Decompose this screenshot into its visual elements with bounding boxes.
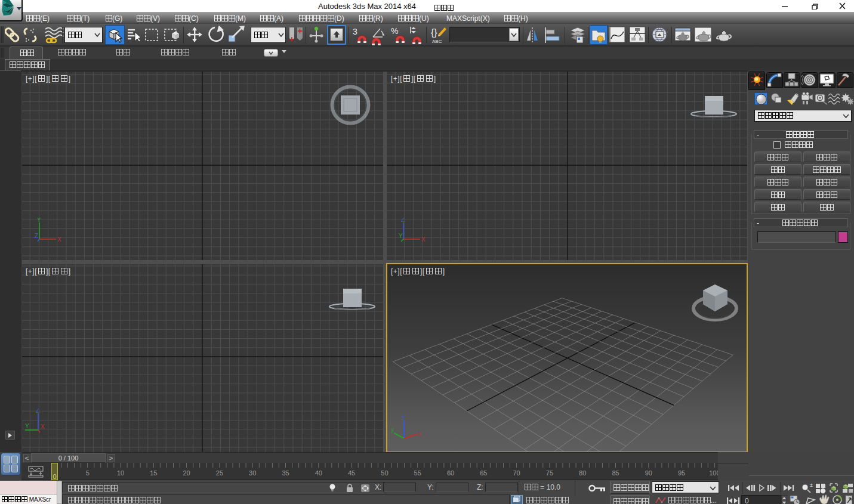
svg-text:20: 20 [183, 469, 190, 477]
svg-text:Y: Y [25, 423, 29, 429]
svg-text:x: x [418, 431, 421, 437]
svg-text:75: 75 [546, 469, 553, 477]
svg-text:z: z [402, 415, 405, 421]
svg-text:X: X [57, 236, 61, 243]
svg-text:ABC: ABC [432, 39, 442, 44]
svg-text:%: % [391, 26, 398, 36]
svg-text:65: 65 [480, 469, 487, 477]
svg-text:60: 60 [447, 469, 454, 477]
svg-text:40: 40 [315, 469, 322, 477]
svg-text:80: 80 [579, 469, 586, 477]
svg-text:X: X [421, 236, 426, 243]
svg-text:10: 10 [117, 469, 124, 477]
svg-text:X: X [41, 423, 45, 430]
svg-text:y: y [391, 426, 394, 433]
svg-text:90: 90 [645, 469, 652, 477]
svg-text:50: 50 [381, 469, 388, 477]
svg-text:±: ± [810, 482, 813, 488]
svg-text:Z: Z [35, 233, 38, 239]
svg-text:Z: Z [36, 409, 39, 414]
svg-text:35: 35 [282, 469, 289, 477]
svg-text:Y: Y [37, 218, 41, 223]
svg-text:5: 5 [86, 469, 90, 477]
svg-text:70: 70 [513, 469, 520, 477]
svg-text:15: 15 [150, 469, 157, 477]
svg-text:{}: {} [431, 27, 437, 38]
svg-text:45: 45 [348, 469, 355, 477]
svg-text:3: 3 [353, 27, 357, 36]
svg-text:Z: Z [401, 218, 405, 223]
svg-text:55: 55 [414, 469, 421, 477]
svg-text:85: 85 [612, 469, 619, 477]
svg-text:Y: Y [399, 233, 403, 239]
svg-text:95: 95 [678, 469, 685, 477]
svg-text:30: 30 [249, 469, 256, 477]
svg-text:25: 25 [216, 469, 223, 477]
